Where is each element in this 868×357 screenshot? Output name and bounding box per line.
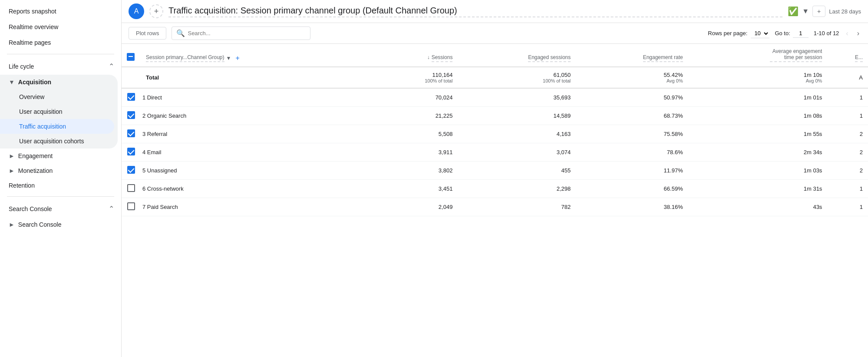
total-avg-time: 1m 10s Avg 0%	[688, 67, 828, 88]
row-checkbox[interactable]	[127, 111, 135, 119]
header-dropdown-button[interactable]: ▼	[802, 7, 809, 15]
chevron-down-icon: ▼	[9, 79, 15, 86]
add-comparison-button[interactable]: +	[149, 4, 163, 18]
row-name[interactable]: 7 Paid Search	[141, 198, 373, 216]
row-sessions: 5,508	[373, 125, 458, 143]
th-avg-time: Average engagement time per session	[688, 44, 828, 67]
select-all-checkbox[interactable]	[127, 53, 135, 61]
header-add-button[interactable]: +	[812, 6, 825, 17]
row-checkbox[interactable]	[127, 184, 135, 192]
row-engaged-sessions: 2,298	[458, 180, 576, 198]
page-header: A + Traffic acquisition: Session primary…	[122, 0, 868, 23]
row-checkbox[interactable]	[127, 202, 135, 210]
sort-arrow-icon: ↓	[427, 54, 430, 60]
total-engaged-sessions: 61,050 100% of total	[458, 67, 576, 88]
pagination-info: 1-10 of 12	[814, 30, 839, 36]
search-input[interactable]	[188, 30, 306, 36]
sidebar-search-console-label: Search Console	[18, 221, 62, 228]
row-name[interactable]: 1 Direct	[141, 88, 373, 107]
row-engagement-rate: 66.59%	[576, 180, 688, 198]
page-title: Traffic acquisition: Session primary cha…	[168, 6, 782, 17]
row-sessions: 70,024	[373, 88, 458, 107]
table-row: 44 Email3,9113,07478.6%2m 34s2	[122, 143, 868, 162]
row-sessions: 3,802	[373, 162, 458, 180]
table-toolbar: Plot rows 🔍 Rows per page: 10 25 50 Go t…	[122, 23, 868, 44]
sidebar-lifecycle-header[interactable]: Life cycle ⌃	[0, 58, 121, 75]
row-name[interactable]: 6 Cross-network	[141, 180, 373, 198]
chevron-right-icon-3: ►	[9, 221, 15, 228]
add-dimension-button[interactable]: +	[235, 54, 239, 62]
dimension-dropdown-icon[interactable]: ▼	[226, 55, 231, 61]
sidebar-item-overview[interactable]: Overview	[0, 89, 114, 104]
sidebar-item-retention[interactable]: Retention	[0, 178, 118, 193]
row-avg-time: 43s	[688, 198, 828, 216]
search-box[interactable]: 🔍	[172, 26, 310, 40]
partial-col-name: E...	[855, 54, 863, 62]
engaged-sessions-col-name[interactable]: Engaged sessions	[528, 54, 571, 62]
avatar[interactable]: A	[129, 3, 144, 19]
divider-1	[7, 54, 114, 54]
goto-control: Go to:	[775, 29, 808, 38]
sidebar-item-acquisition[interactable]: ▼ Acquisition	[0, 75, 114, 89]
sidebar-item-realtime-pages[interactable]: Realtime pages	[0, 35, 118, 50]
next-page-button[interactable]: ›	[855, 29, 861, 38]
plot-rows-button[interactable]: Plot rows	[129, 27, 166, 40]
row-avg-time: 1m 55s	[688, 125, 828, 143]
sidebar-search-console-header[interactable]: Search Console ⌃	[0, 200, 121, 217]
row-checkbox-cell	[122, 180, 141, 198]
th-checkbox	[122, 44, 141, 67]
main-content: A + Traffic acquisition: Session primary…	[122, 0, 868, 357]
date-range: Last 28 days	[829, 8, 861, 15]
goto-input[interactable]	[793, 29, 809, 38]
table-header-row: Session primary...Channel Group) ▼ + ↓Se…	[122, 44, 868, 67]
row-partial: 2	[827, 162, 868, 180]
row-checkbox-cell	[122, 125, 141, 143]
row-checkbox[interactable]	[127, 129, 135, 137]
table-row: 66 Cross-network3,4512,29866.59%1m 31s1	[122, 180, 868, 198]
row-partial: 1	[827, 198, 868, 216]
row-avg-time: 1m 03s	[688, 162, 828, 180]
sidebar-engagement-label: Engagement	[18, 152, 53, 159]
row-partial: 1	[827, 180, 868, 198]
avg-time-col-name[interactable]: Average engagement time per session	[770, 48, 822, 62]
row-avg-time: 2m 34s	[688, 143, 828, 162]
sidebar-item-reports-snapshot[interactable]: Reports snapshot	[0, 3, 118, 19]
row-engagement-rate: 78.6%	[576, 143, 688, 162]
rows-per-page-label: Rows per page:	[708, 30, 747, 36]
row-name[interactable]: 5 Unassigned	[141, 162, 373, 180]
row-partial: 2	[827, 143, 868, 162]
row-name[interactable]: 4 Email	[141, 143, 373, 162]
row-checkbox[interactable]	[127, 93, 135, 101]
sidebar-search-console-header-label: Search Console	[9, 205, 52, 212]
row-engaged-sessions: 4,163	[458, 125, 576, 143]
sessions-col-name[interactable]: Sessions	[432, 54, 453, 62]
rows-per-page-select[interactable]: 10 25 50	[751, 29, 769, 38]
chevron-up-icon-2: ⌃	[109, 205, 114, 213]
sidebar-item-user-acquisition[interactable]: User acquisition	[0, 104, 114, 119]
sidebar-item-engagement[interactable]: ► Engagement	[0, 149, 118, 163]
th-engaged-sessions: Engaged sessions	[458, 44, 576, 67]
total-engagement-rate: 55.42% Avg 0%	[576, 67, 688, 88]
engagement-rate-col-name[interactable]: Engagement rate	[643, 54, 683, 62]
row-checkbox[interactable]	[127, 148, 135, 155]
sidebar-item-realtime-overview[interactable]: Realtime overview	[0, 19, 118, 35]
row-checkbox[interactable]	[127, 166, 135, 174]
table-row: 22 Organic Search21,22514,58968.73%1m 08…	[122, 107, 868, 125]
row-engagement-rate: 38.16%	[576, 198, 688, 216]
row-name[interactable]: 3 Referral	[141, 125, 373, 143]
rows-per-page-control: Rows per page: 10 25 50	[708, 29, 769, 38]
row-name[interactable]: 2 Organic Search	[141, 107, 373, 125]
sidebar-item-realtime-overview-label: Realtime overview	[9, 23, 58, 30]
sidebar-monetization-label: Monetization	[18, 167, 53, 174]
row-engaged-sessions: 782	[458, 198, 576, 216]
th-engagement-rate: Engagement rate	[576, 44, 688, 67]
th-partial: E...	[827, 44, 868, 67]
sidebar-item-traffic-acquisition[interactable]: Traffic acquisition	[0, 119, 114, 134]
data-table-container: Session primary...Channel Group) ▼ + ↓Se…	[122, 44, 868, 357]
sidebar-item-user-acquisition-cohorts[interactable]: User acquisition cohorts	[0, 134, 114, 149]
sidebar-item-monetization[interactable]: ► Monetization	[0, 163, 118, 178]
prev-page-button[interactable]: ‹	[844, 29, 850, 38]
sidebar-item-search-console[interactable]: ► Search Console	[0, 217, 118, 232]
row-engaged-sessions: 455	[458, 162, 576, 180]
chevron-right-icon-2: ►	[9, 167, 15, 174]
